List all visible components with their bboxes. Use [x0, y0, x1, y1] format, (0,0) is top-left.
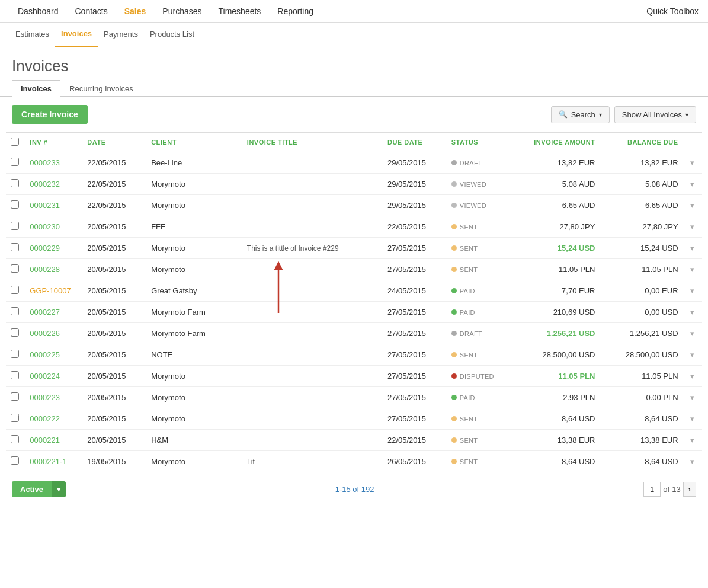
nav-purchases[interactable]: Purchases [154, 0, 210, 23]
invoice-number-link[interactable]: 0000230 [30, 222, 60, 231]
status-dropdown-toggle[interactable]: ▾ [52, 481, 66, 497]
status-dot [451, 245, 457, 251]
row-expand[interactable]: ▾ [683, 302, 702, 323]
page-of-label: of [663, 485, 669, 494]
status-text: DRAFT [460, 330, 482, 337]
table-header-row: INV # DATE CLIENT INVOICE TITLE DUE DATE… [6, 133, 702, 152]
row-expand[interactable]: ▾ [683, 451, 702, 472]
tab-bar: Invoices Recurring Invoices [0, 80, 708, 97]
invoice-number-link[interactable]: 0000224 [30, 372, 60, 381]
row-expand[interactable]: ▾ [683, 238, 702, 259]
nav-dashboard[interactable]: Dashboard [9, 0, 67, 23]
invoice-amount: 210,69 USD [517, 302, 600, 323]
top-navigation: Dashboard Contacts Sales Purchases Times… [0, 0, 708, 23]
row-checkbox[interactable] [11, 200, 19, 209]
status-text: PAID [460, 309, 475, 316]
invoice-balance: 15,24 USD [600, 238, 683, 259]
invoice-number-link[interactable]: 0000221 [30, 436, 60, 445]
row-checkbox[interactable] [11, 392, 19, 401]
status-text: PAID [460, 394, 475, 401]
tab-recurring-invoices[interactable]: Recurring Invoices [60, 80, 142, 97]
invoice-balance: 27,80 JPY [600, 216, 683, 238]
invoice-balance: 28.500,00 USD [600, 344, 683, 366]
invoice-number-link[interactable]: 0000225 [30, 350, 60, 359]
toolbar-right: 🔍 Search ▾ Show All Invoices ▾ [551, 106, 696, 123]
invoice-due-date: 27/05/2015 [383, 323, 447, 344]
row-expand[interactable]: ▾ [683, 344, 702, 366]
invoice-due-date: 27/05/2015 [383, 238, 447, 259]
row-checkbox[interactable] [11, 264, 19, 273]
invoice-status: DRAFT [447, 152, 517, 174]
row-expand[interactable]: ▾ [683, 195, 702, 216]
row-expand[interactable]: ▾ [683, 174, 702, 195]
invoice-number-link[interactable]: 0000222 [30, 414, 60, 423]
table-row: 0000228 20/05/2015 Morymoto 27/05/2015 S… [6, 259, 702, 280]
subnav-payments[interactable]: Payments [98, 23, 144, 46]
invoice-number-link[interactable]: 0000223 [30, 393, 60, 402]
nav-timesheets[interactable]: Timesheets [210, 0, 270, 23]
invoice-status: SENT [447, 216, 517, 238]
invoice-number-link[interactable]: 0000226 [30, 329, 60, 338]
invoice-date: 20/05/2015 [82, 366, 146, 387]
invoice-amount: 2.93 PLN [517, 387, 600, 408]
row-checkbox[interactable] [11, 243, 19, 251]
search-button[interactable]: 🔍 Search ▾ [551, 106, 610, 123]
status-dot [451, 181, 457, 187]
row-expand[interactable]: ▾ [683, 387, 702, 408]
invoice-number-link[interactable]: 0000221-1 [30, 457, 66, 466]
invoice-date: 20/05/2015 [82, 408, 146, 430]
create-invoice-button[interactable]: Create Invoice [12, 105, 88, 124]
row-expand[interactable]: ▾ [683, 430, 702, 451]
invoice-number-link[interactable]: 0000232 [30, 180, 60, 188]
row-checkbox[interactable] [11, 179, 19, 187]
tab-invoices[interactable]: Invoices [12, 80, 60, 97]
row-expand[interactable]: ▾ [683, 216, 702, 238]
row-expand[interactable]: ▾ [683, 323, 702, 344]
invoice-client: Morymoto Farm [146, 302, 242, 323]
invoice-status: SENT [447, 344, 517, 366]
show-all-invoices-button[interactable]: Show All Invoices ▾ [614, 106, 696, 123]
subnav-invoices[interactable]: Invoices [55, 22, 98, 47]
row-expand[interactable]: ▾ [683, 152, 702, 174]
invoice-number-link[interactable]: 0000228 [30, 265, 60, 274]
invoice-client: Morymoto [146, 387, 242, 408]
invoice-number-link[interactable]: 0000229 [30, 244, 60, 253]
table-row: 0000232 22/05/2015 Morymoto 29/05/2015 V… [6, 174, 702, 195]
quick-toolbox[interactable]: Quick Toolbox [646, 7, 699, 16]
invoice-client: Morymoto [146, 451, 242, 472]
row-checkbox[interactable] [11, 286, 19, 294]
row-checkbox[interactable] [11, 350, 19, 358]
invoice-number-link[interactable]: 0000233 [30, 158, 60, 167]
row-expand[interactable]: ▾ [683, 280, 702, 302]
invoice-amount: 15,24 USD [517, 238, 600, 259]
invoice-title [242, 408, 383, 430]
invoice-date: 19/05/2015 [82, 451, 146, 472]
row-checkbox[interactable] [11, 456, 19, 465]
row-checkbox[interactable] [11, 222, 19, 230]
row-checkbox[interactable] [11, 328, 19, 337]
row-expand[interactable]: ▾ [683, 259, 702, 280]
invoice-number-link[interactable]: 0000227 [30, 308, 60, 317]
status-text: SENT [460, 351, 478, 359]
row-checkbox[interactable] [11, 371, 19, 379]
subnav-estimates[interactable]: Estimates [9, 23, 55, 46]
row-expand[interactable]: ▾ [683, 366, 702, 387]
nav-contacts[interactable]: Contacts [67, 0, 116, 23]
row-checkbox[interactable] [11, 435, 19, 443]
invoice-date: 20/05/2015 [82, 344, 146, 366]
invoice-amount: 1.256,21 USD [517, 323, 600, 344]
row-checkbox[interactable] [11, 158, 19, 166]
subnav-products-list[interactable]: Products List [144, 23, 200, 46]
invoice-client: Great Gatsby [146, 280, 242, 302]
row-checkbox[interactable] [11, 307, 19, 315]
nav-sales[interactable]: Sales [116, 0, 155, 23]
row-expand[interactable]: ▾ [683, 408, 702, 430]
next-page-button[interactable]: › [683, 482, 696, 497]
invoice-number-link[interactable]: 0000231 [30, 201, 60, 210]
row-checkbox[interactable] [11, 414, 19, 422]
invoice-status: SENT [447, 451, 517, 472]
invoice-title [242, 323, 383, 344]
invoice-number-link[interactable]: GGP-10007 [30, 286, 71, 295]
nav-reporting[interactable]: Reporting [269, 0, 322, 23]
select-all-checkbox[interactable] [11, 138, 19, 146]
